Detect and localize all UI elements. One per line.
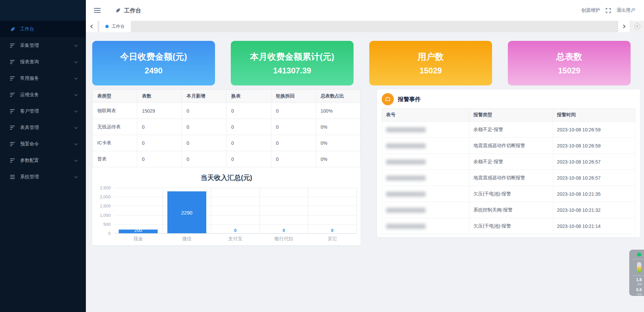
chart-h-gridline [114, 188, 357, 188]
table-cell: 0 [271, 119, 316, 135]
load-gauge-icon [637, 262, 641, 273]
table-cell: 0 [137, 135, 182, 151]
chart-y-tick-label: 1,000 [100, 212, 111, 217]
menu-icon [10, 175, 15, 179]
chart-x-tick-label: 微信 [163, 236, 211, 242]
sidebar-item-label: 工作台 [20, 26, 34, 32]
sidebar-item-label: 常用服务 [20, 75, 39, 81]
column-header: 报警类型 [469, 109, 553, 122]
table-row: 地震震感器动作切断报警2023-10-08 10:26:59 [382, 138, 635, 154]
alarm-bell-icon [382, 93, 394, 105]
income-chart: 当天收入汇总(元) 05001,0001,5002,0002,500200229… [92, 167, 361, 242]
meter-summary-table: 表类型表数本月新增换表轮换拆回总表数占比 物联网表15029000100%无线远… [92, 89, 361, 167]
network-monitor-widget[interactable]: 1.8 K/s 0.6 K/s [629, 250, 644, 296]
chart-y-tick-label: 2,000 [100, 194, 111, 199]
sidebar-item-report-query[interactable]: 报表查询 [0, 54, 86, 70]
tab-close-all-button[interactable] [630, 21, 644, 32]
sidebar-item-label: 表具管理 [20, 125, 39, 131]
chart-zero-label: 0 [234, 228, 236, 233]
table-cell: 0 [226, 103, 271, 119]
chart-zero-label: 0 [331, 228, 333, 233]
sidebar-item-preset-commands[interactable]: 预置命令 [0, 136, 86, 152]
table-cell: 物联网表 [93, 103, 137, 119]
column-header: 本月新增 [182, 90, 226, 103]
sidebar-nav: 工作台采集管理报表查询常用服务运维业务客户管理表具管理预置命令参数配置系统管理 [0, 21, 86, 185]
column-header: 换表 [226, 90, 271, 103]
chart-x-axis-labels: 现金微信支付宝银行代扣其它 [114, 236, 357, 242]
panels-row: 表类型表数本月新增换表轮换拆回总表数占比 物联网表15029000100%无线远… [92, 89, 644, 245]
table-row: 地震震感器动作切断报警2023-10-08 10:26:57 [382, 170, 635, 186]
table-cell: 0 [182, 151, 226, 167]
stat-card-value: 2490 [145, 66, 162, 75]
user-name[interactable]: 创源维护 [581, 7, 600, 13]
chart-x-tick-label: 其它 [308, 236, 357, 242]
table-cell: 0% [316, 151, 360, 167]
sidebar-item-ops-business[interactable]: 运维业务 [0, 86, 86, 103]
upload-unit-label: K/s [638, 283, 642, 286]
table-cell-alarm-type: 欠压(干电池)-报警 [469, 186, 553, 202]
stat-card-today-income: 今日收费金额(元)2490 [92, 41, 215, 85]
chart-h-gridline [114, 215, 357, 215]
column-header: 报警时间 [553, 109, 635, 122]
sidebar-item-common-services[interactable]: 常用服务 [0, 70, 86, 86]
table-cell-meter-id [382, 186, 469, 202]
sidebar-item-collection-mgmt[interactable]: 采集管理 [0, 37, 86, 54]
sidebar: 工作台采集管理报表查询常用服务运维业务客户管理表具管理预置命令参数配置系统管理 [0, 0, 86, 312]
chart-zero-label: 0 [282, 228, 285, 233]
stat-cards-row: 今日收费金额(元)2490本月收费金额累计(元)141307.39用户数1502… [92, 41, 644, 85]
chevron-down-icon [74, 92, 78, 96]
stat-card-user-count: 用户数15029 [369, 41, 492, 85]
sidebar-item-system-mgmt[interactable]: 系统管理 [0, 169, 86, 185]
tab-scroll-right-button[interactable] [618, 21, 630, 32]
chart-x-tick-label: 现金 [114, 236, 163, 242]
topbar-right: 创源维护 退出用户 [581, 7, 635, 13]
alarm-panel-title: 报警事件 [398, 96, 421, 103]
sidebar-item-param-config[interactable]: 参数配置 [0, 152, 86, 169]
tab-workbench[interactable]: 工作台 [99, 21, 131, 32]
table-row: 普表00000% [93, 151, 361, 167]
meter-id-masked [386, 192, 426, 197]
active-tab-dot-icon [105, 25, 109, 28]
chevron-down-icon [74, 109, 78, 112]
table-cell: 0% [316, 119, 360, 135]
sidebar-item-workbench[interactable]: 工作台 [0, 21, 86, 37]
chevron-down-icon [74, 142, 78, 145]
chevron-down-icon [74, 76, 78, 79]
sidebar-logo-area [0, 0, 86, 21]
fullscreen-button[interactable] [605, 8, 611, 13]
chart-plot-area: 05001,0001,5002,0002,5002002290000 [114, 188, 357, 234]
chart-y-tick-label: 2,500 [100, 185, 111, 190]
filter-icon [10, 126, 15, 130]
table-cell-alarm-time: 2023-10-08 10:21:32 [553, 202, 635, 218]
stat-card-label: 用户数 [418, 51, 444, 63]
chevron-down-icon [74, 175, 78, 178]
table-cell: 0 [271, 135, 316, 151]
table-header-row: 表类型表数本月新增换表轮换拆回总表数占比 [93, 90, 361, 103]
table-header-row: 表号报警类型报警时间 [382, 109, 635, 122]
tab-scroll-left-button[interactable] [86, 21, 98, 32]
stat-card-month-income: 本月收费金额累计(元)141307.39 [231, 41, 354, 85]
table-row: 余额不足-报警2023-10-08 10:26:59 [382, 122, 635, 138]
hamburger-icon [94, 8, 101, 13]
upload-rate-value: 1.8 [636, 278, 642, 283]
sidebar-item-customer-mgmt[interactable]: 客户管理 [0, 103, 86, 119]
hamburger-menu-button[interactable] [94, 8, 101, 13]
chart-x-tick-label: 银行代扣 [260, 236, 308, 242]
meter-id-masked [386, 208, 426, 213]
stat-card-label: 总表数 [556, 51, 582, 63]
table-cell: 0 [182, 103, 226, 119]
content-area: 今日收费金额(元)2490本月收费金额累计(元)141307.39用户数1502… [86, 32, 644, 312]
app-root: 工作台采集管理报表查询常用服务运维业务客户管理表具管理预置命令参数配置系统管理 … [0, 0, 644, 312]
meter-id-masked [386, 224, 426, 229]
logout-button[interactable]: 退出用户 [616, 7, 635, 13]
table-cell-alarm-type: 地震震感器动作切断报警 [469, 138, 553, 154]
chart-v-gridline [260, 188, 260, 233]
chevron-right-icon [622, 24, 625, 28]
sidebar-item-label: 客户管理 [20, 108, 39, 114]
meter-id-masked [386, 160, 426, 165]
sidebar-item-meter-mgmt[interactable]: 表具管理 [0, 119, 86, 136]
download-rate-unit: K/s [636, 293, 642, 296]
upload-rate-unit: K/s [636, 283, 642, 286]
sidebar-item-label: 运维业务 [20, 92, 39, 98]
table-cell-meter-id [382, 170, 469, 186]
